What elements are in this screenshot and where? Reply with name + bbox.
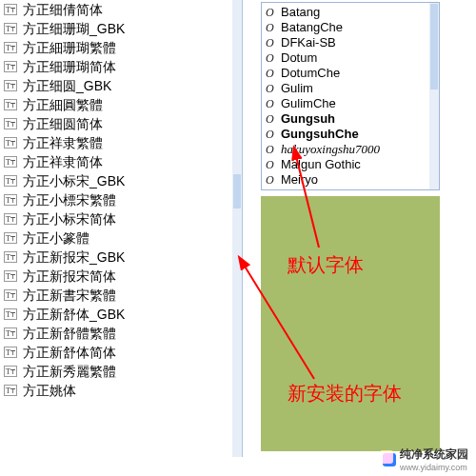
truetype-icon: Tᴛ bbox=[4, 270, 17, 282]
font-item[interactable]: OGungsuh bbox=[266, 111, 429, 127]
font-item-label: Dotum bbox=[281, 50, 317, 66]
font-item-label: 方正新舒体简体 bbox=[23, 343, 116, 362]
font-item[interactable]: Tᴛ方正姚体 bbox=[4, 381, 232, 400]
font-item[interactable]: ODFKai-SB bbox=[266, 35, 429, 50]
font-item-label: Meiryo bbox=[281, 172, 318, 188]
truetype-icon: Tᴛ bbox=[4, 156, 17, 168]
right-scroll-thumb[interactable] bbox=[430, 4, 438, 89]
font-item[interactable]: Tᴛ方正祥隶简体 bbox=[4, 152, 232, 171]
font-item[interactable]: Tᴛ方正细珊瑚简体 bbox=[4, 57, 232, 76]
font-item-label: DotumChe bbox=[281, 66, 340, 81]
font-item-label: Batang bbox=[281, 5, 320, 20]
font-item-label: 方正新舒体_GBK bbox=[23, 305, 125, 324]
watermark-url: www.yidaimy.com bbox=[400, 463, 468, 472]
label-default-fonts: 默认字体 bbox=[288, 252, 364, 278]
font-item-label: 方正细珊瑚简体 bbox=[23, 57, 116, 76]
font-item[interactable]: Tᴛ方正小标宋简体 bbox=[4, 209, 232, 228]
opentype-icon: O bbox=[266, 127, 279, 142]
font-item-label: DFKai-SB bbox=[281, 35, 336, 50]
font-item[interactable]: Tᴛ方正小标宋_GBK bbox=[4, 171, 232, 190]
font-item[interactable]: Tᴛ方正祥隶繁體 bbox=[4, 133, 232, 152]
font-item[interactable]: ODotum bbox=[266, 50, 429, 66]
watermark-logo-icon bbox=[383, 453, 396, 466]
truetype-icon: Tᴛ bbox=[4, 23, 17, 34]
opentype-icon: O bbox=[266, 66, 279, 81]
font-item[interactable]: Tᴛ方正細珊瑚繁體 bbox=[4, 38, 232, 57]
left-font-list: Tᴛ方正细倩简体Tᴛ方正细珊瑚_GBKTᴛ方正細珊瑚繁體Tᴛ方正细珊瑚简体Tᴛ方… bbox=[0, 0, 232, 400]
font-item[interactable]: OGungsuhChe bbox=[266, 127, 429, 142]
font-item[interactable]: Tᴛ方正细倩简体 bbox=[4, 0, 232, 19]
font-item[interactable]: OMeiryo bbox=[266, 172, 429, 188]
preview-area bbox=[261, 196, 440, 451]
right-font-panel: OBatangOBatangCheODFKai-SBODotumODotumCh… bbox=[261, 2, 440, 190]
truetype-icon: Tᴛ bbox=[4, 42, 17, 53]
font-item[interactable]: Tᴛ方正细圆_GBK bbox=[4, 76, 232, 95]
truetype-icon: Tᴛ bbox=[4, 347, 17, 358]
font-item[interactable]: OGulim bbox=[266, 81, 429, 96]
font-item-label: 方正祥隶简体 bbox=[23, 152, 103, 171]
truetype-icon: Tᴛ bbox=[4, 80, 17, 91]
left-font-scroll: Tᴛ方正细倩简体Tᴛ方正细珊瑚_GBKTᴛ方正細珊瑚繁體Tᴛ方正细珊瑚简体Tᴛ方… bbox=[0, 0, 232, 457]
opentype-icon: O bbox=[266, 50, 279, 66]
truetype-icon: Tᴛ bbox=[4, 232, 17, 244]
font-item-label: Malgun Gothic bbox=[281, 157, 361, 172]
watermark: 纯净系统家园 www.yidaimy.com bbox=[383, 446, 468, 472]
font-item[interactable]: Tᴛ方正新舒體繁體 bbox=[4, 324, 232, 343]
font-item-label: 方正新报宋简体 bbox=[23, 267, 116, 286]
label-new-fonts: 新安装的字体 bbox=[288, 381, 402, 407]
opentype-icon: O bbox=[266, 172, 279, 188]
font-item[interactable]: Tᴛ方正细珊瑚_GBK bbox=[4, 19, 232, 38]
font-item-label: 方正小標宋繁體 bbox=[23, 190, 116, 209]
font-item[interactable]: Tᴛ方正小篆體 bbox=[4, 228, 232, 248]
font-item-label: 方正新秀麗繁體 bbox=[23, 362, 116, 381]
font-item-label: BatangChe bbox=[281, 20, 343, 35]
font-item[interactable]: Tᴛ方正小標宋繁體 bbox=[4, 190, 232, 209]
font-item[interactable]: Tᴛ方正细圆简体 bbox=[4, 114, 232, 133]
font-item-label: 方正小标宋_GBK bbox=[23, 171, 125, 190]
opentype-icon: O bbox=[266, 35, 279, 50]
left-scroll-thumb[interactable] bbox=[233, 174, 241, 208]
font-item-label: 方正新舒體繁體 bbox=[23, 324, 116, 343]
font-item-label: 方正细倩简体 bbox=[23, 0, 103, 19]
opentype-icon: O bbox=[266, 20, 279, 35]
font-item[interactable]: OBatangChe bbox=[266, 20, 429, 35]
font-item-label: 方正細圓繁體 bbox=[23, 95, 103, 114]
font-item[interactable]: Tᴛ方正新报宋简体 bbox=[4, 267, 232, 286]
font-item[interactable]: Tᴛ方正細圓繁體 bbox=[4, 95, 232, 114]
font-item[interactable]: OBatang bbox=[266, 5, 429, 20]
font-item-label: 方正小篆體 bbox=[23, 228, 89, 248]
opentype-icon: O bbox=[266, 5, 279, 20]
truetype-icon: Tᴛ bbox=[4, 213, 17, 225]
truetype-icon: Tᴛ bbox=[4, 385, 17, 396]
opentype-icon: O bbox=[266, 142, 279, 157]
right-font-list: OBatangOBatangCheODFKai-SBODotumODotumCh… bbox=[262, 3, 429, 188]
right-font-scroll: OBatangOBatangCheODFKai-SBODotumODotumCh… bbox=[262, 3, 429, 189]
font-item[interactable]: Ohakuyoxingshu7000 bbox=[266, 142, 429, 157]
font-item-label: 方正新書宋繁體 bbox=[23, 286, 116, 305]
right-scrollbar[interactable] bbox=[429, 3, 439, 189]
font-item[interactable]: ODotumChe bbox=[266, 66, 429, 81]
font-item[interactable]: Tᴛ方正新秀麗繁體 bbox=[4, 362, 232, 381]
font-item-label: 方正小标宋简体 bbox=[23, 209, 116, 228]
font-item[interactable]: Tᴛ方正新書宋繁體 bbox=[4, 286, 232, 305]
left-scrollbar[interactable] bbox=[232, 0, 242, 457]
truetype-icon: Tᴛ bbox=[4, 99, 17, 110]
opentype-icon: O bbox=[266, 157, 279, 172]
opentype-icon: O bbox=[266, 111, 279, 127]
font-item[interactable]: Tᴛ方正新舒体简体 bbox=[4, 343, 232, 362]
font-item[interactable]: Tᴛ方正新舒体_GBK bbox=[4, 305, 232, 324]
font-item-label: 方正细圆简体 bbox=[23, 114, 103, 133]
font-item[interactable]: Tᴛ方正新报宋_GBK bbox=[4, 248, 232, 267]
truetype-icon: Tᴛ bbox=[4, 251, 17, 263]
font-item-label: 方正细圆_GBK bbox=[23, 76, 111, 95]
font-item-label: 方正姚体 bbox=[23, 381, 76, 400]
font-item-label: 方正新报宋_GBK bbox=[23, 248, 125, 267]
truetype-icon: Tᴛ bbox=[4, 308, 17, 320]
opentype-icon: O bbox=[266, 96, 279, 111]
font-item[interactable]: OGulimChe bbox=[266, 96, 429, 111]
truetype-icon: Tᴛ bbox=[4, 175, 17, 187]
truetype-icon: Tᴛ bbox=[4, 366, 17, 377]
truetype-icon: Tᴛ bbox=[4, 327, 17, 339]
truetype-icon: Tᴛ bbox=[4, 289, 17, 301]
font-item[interactable]: OMalgun Gothic bbox=[266, 157, 429, 172]
